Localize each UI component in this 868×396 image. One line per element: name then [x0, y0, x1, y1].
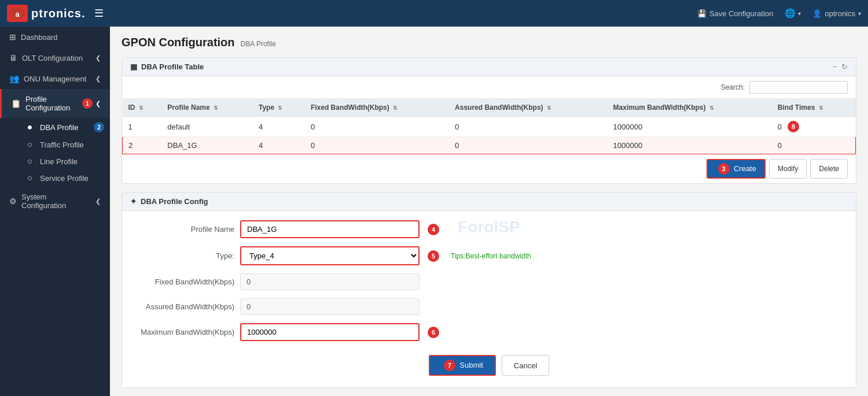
- config-title: ✦ DBA Profile Config: [130, 197, 208, 206]
- col-fixed-bw: Fixed BandWidth(Kbps) ⇅: [305, 99, 449, 117]
- logo-text: ptronics.: [31, 7, 85, 20]
- sidebar-sub-line-profile[interactable]: Line Profile: [22, 153, 110, 170]
- table-icon: ▦: [130, 62, 137, 71]
- modify-button[interactable]: Modify: [769, 159, 807, 179]
- sidebar: ⊞ Dashboard 🖥 OLT Configuration ❮ 👥 ONU …: [0, 27, 110, 396]
- sidebar-item-dashboard[interactable]: ⊞ Dashboard: [0, 27, 110, 47]
- logo-icon: a: [7, 5, 28, 22]
- chevron-icon: ❮: [95, 100, 101, 108]
- cell-max-bw: 1000000: [608, 117, 772, 137]
- sidebar-item-olt-config[interactable]: 🖥 OLT Configuration ❮: [0, 47, 110, 68]
- dot-icon: [28, 125, 32, 129]
- save-config-button[interactable]: 💾 Save Configuration: [697, 9, 774, 18]
- form-row-type: Type: Type_1 Type_2 Type_3 Type_4 Type_5…: [130, 246, 848, 265]
- system-icon: ⚙: [9, 197, 17, 206]
- type-select[interactable]: Type_1 Type_2 Type_3 Type_4 Type_5: [240, 246, 420, 265]
- user-icon: 👤: [812, 9, 822, 18]
- sidebar-sub-label: Service Profile: [40, 174, 89, 183]
- dot-icon: [28, 160, 32, 164]
- form-row-fixed-bw: Fixed BandWidth(Kbps) 0: [130, 273, 848, 290]
- badge-7: 7: [444, 360, 455, 371]
- cancel-button[interactable]: Cancel: [502, 355, 549, 376]
- table-search-row: Search:: [122, 76, 856, 99]
- dot-icon: [28, 143, 32, 147]
- sidebar-sub-label: Traffic Profile: [40, 140, 84, 149]
- col-bind-times: Bind Times ⇅: [772, 99, 856, 117]
- table-head: ID ⇅ Profile Name ⇅ Type ⇅ Fixed BandWid…: [123, 99, 856, 117]
- col-max-bw: Maximum BandWidth(Kbps) ⇅: [608, 99, 772, 117]
- fixed-bw-label: Fixed BandWidth(Kbps): [130, 277, 234, 286]
- cell-bind-times: 0: [772, 137, 856, 154]
- sidebar-sub-traffic-profile[interactable]: Traffic Profile: [22, 136, 110, 153]
- top-navbar: a ptronics. ☰ 💾 Save Configuration 🌐 ▾ 👤…: [0, 0, 868, 27]
- search-input[interactable]: [749, 81, 848, 94]
- table-row[interactable]: 2 DBA_1G 4 0 0 1000000 0: [123, 137, 856, 154]
- type-tips: Tips:Best-effort bandwidth: [451, 252, 531, 260]
- cell-assured-bw: 0: [449, 137, 608, 154]
- max-bw-input[interactable]: [240, 323, 420, 341]
- sidebar-sub-label: Line Profile: [40, 157, 78, 166]
- profile-name-input[interactable]: [240, 220, 420, 238]
- table-card-header: ▦ DBA Profile Table − ↻: [122, 58, 856, 76]
- language-selector[interactable]: 🌐 ▾: [785, 8, 801, 18]
- delete-button[interactable]: Delete: [810, 159, 848, 179]
- config-icon: ✦: [130, 197, 137, 206]
- cell-profile-name: DBA_1G: [161, 137, 253, 154]
- cell-id: 1: [123, 117, 162, 137]
- badge-5: 5: [428, 250, 439, 262]
- cell-id: 2: [123, 137, 162, 154]
- breadcrumb: DBA Profile: [241, 40, 276, 48]
- config-card-header: ✦ DBA Profile Config: [122, 193, 856, 211]
- sidebar-item-label: ONU Management: [24, 75, 86, 83]
- cell-bind-times: 0 8: [772, 117, 856, 136]
- sidebar-item-label: System Configuration: [21, 193, 91, 210]
- refresh-icon[interactable]: ↻: [841, 62, 848, 71]
- badge-1: 1: [82, 98, 93, 109]
- globe-icon: 🌐: [785, 8, 796, 18]
- form-section: Profile Name 4 Type: Type_1 Type_2 Type_…: [122, 211, 856, 387]
- table-title: ▦ DBA Profile Table: [130, 62, 204, 71]
- sidebar-item-label: Dashboard: [21, 33, 58, 42]
- chevron-icon: ❮: [95, 75, 101, 83]
- assured-bw-label: Assured BandWidth(Kbps): [130, 302, 234, 311]
- sidebar-item-profile-config[interactable]: 📋 Profile Configuration 1 ❮: [0, 89, 110, 118]
- sidebar-item-onu-mgmt[interactable]: 👥 ONU Management ❮: [0, 68, 110, 89]
- dba-table-card: ▦ DBA Profile Table − ↻ Search: ID ⇅ P: [122, 57, 856, 184]
- onu-icon: 👥: [9, 74, 19, 83]
- cell-fixed-bw: 0: [305, 137, 449, 154]
- page-header: GPON Configuration DBA Profile: [122, 36, 856, 49]
- cell-max-bw: 1000000: [608, 137, 772, 154]
- svg-text:a: a: [15, 10, 20, 18]
- dba-config-card: ✦ DBA Profile Config ForoISP Profile Nam…: [122, 192, 856, 388]
- cell-profile-name: default: [161, 117, 253, 137]
- form-row-profile-name: Profile Name 4: [130, 220, 848, 238]
- cell-fixed-bw: 0: [305, 117, 449, 137]
- fixed-bw-value: 0: [240, 273, 420, 290]
- col-id: ID ⇅: [123, 99, 162, 117]
- cell-type: 4: [253, 117, 305, 137]
- sidebar-item-system-config[interactable]: ⚙ System Configuration ❮: [0, 187, 110, 216]
- dot-icon: [28, 176, 32, 180]
- search-label: Search:: [721, 83, 745, 91]
- create-button[interactable]: 3 Create: [707, 159, 766, 179]
- badge-6: 6: [428, 327, 439, 338]
- nav-right: 💾 Save Configuration 🌐 ▾ 👤 optronics ▾: [697, 8, 861, 18]
- submit-button[interactable]: 7 Submit: [429, 355, 496, 376]
- sidebar-sub-label: DBA Profile: [40, 123, 78, 132]
- badge-2: 2: [94, 122, 104, 132]
- hamburger-icon[interactable]: ☰: [94, 7, 104, 20]
- sidebar-item-label: Profile Configuration: [25, 95, 89, 112]
- badge-4: 4: [428, 224, 439, 235]
- user-menu[interactable]: 👤 optronics ▾: [812, 9, 861, 18]
- profile-icon: 📋: [11, 99, 21, 108]
- dashboard-icon: ⊞: [9, 32, 16, 42]
- col-type: Type ⇅: [253, 99, 305, 117]
- cell-type: 4: [253, 137, 305, 154]
- collapse-icon[interactable]: −: [832, 62, 837, 71]
- sidebar-sub-service-profile[interactable]: Service Profile: [22, 170, 110, 187]
- badge-8: 8: [788, 121, 799, 132]
- main-content: GPON Configuration DBA Profile ▦ DBA Pro…: [110, 27, 868, 396]
- table-row[interactable]: 1 default 4 0 0 1000000 0 8: [123, 117, 856, 137]
- main-layout: ⊞ Dashboard 🖥 OLT Configuration ❮ 👥 ONU …: [0, 27, 868, 396]
- sidebar-sub-dba-profile[interactable]: DBA Profile 2: [22, 118, 110, 136]
